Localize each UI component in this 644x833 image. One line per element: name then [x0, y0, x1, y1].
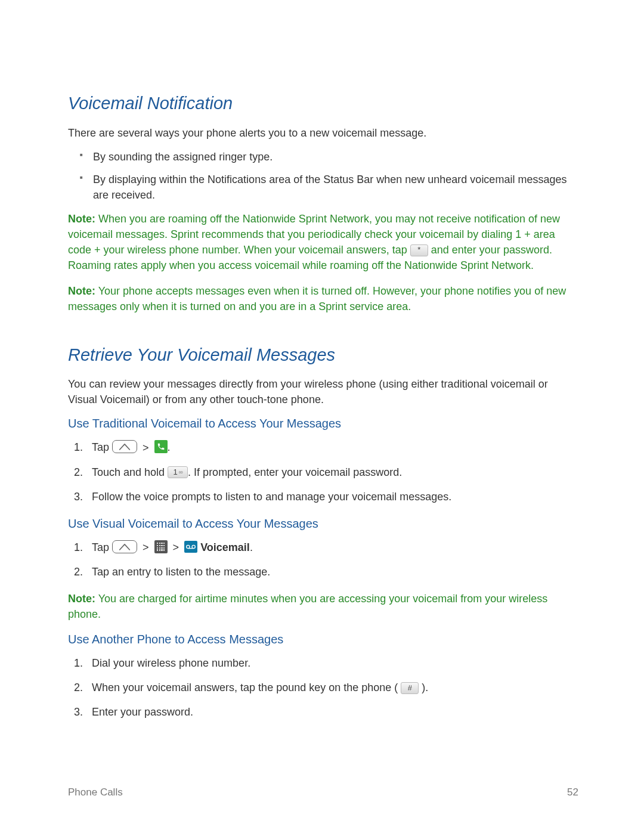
list-item: By sounding the assigned ringer type. — [93, 149, 578, 165]
intro-paragraph: There are several ways your phone alerts… — [68, 126, 578, 141]
hash-key-icon: # — [401, 682, 419, 694]
heading-voicemail-notification: Voicemail Notification — [68, 92, 578, 115]
note-text: Your phone accepts messages even when it… — [68, 285, 566, 312]
step-text: . — [168, 441, 171, 453]
one-voicemail-key-icon: 1∞ — [168, 466, 188, 478]
phone-icon — [154, 440, 168, 453]
document-page: Voicemail Notification There are several… — [0, 0, 644, 833]
steps-traditional: Tap > . Touch and hold 1∞. If prompted, … — [68, 439, 578, 505]
note-label: Note: — [68, 285, 95, 297]
note-roaming: Note: When you are roaming off the Natio… — [68, 211, 578, 273]
step-item: Touch and hold 1∞. If prompted, enter yo… — [85, 465, 578, 481]
note-label: Note: — [68, 213, 95, 225]
step-item: Dial your wireless phone number. — [85, 655, 578, 671]
note-label: Note: — [68, 593, 95, 605]
step-item: When your voicemail answers, tap the pou… — [85, 680, 578, 696]
step-item: Enter your password. — [85, 704, 578, 720]
step-text: Tap — [92, 541, 109, 553]
step-text: ). — [422, 682, 428, 693]
subheading-another-phone: Use Another Phone to Access Messages — [68, 631, 578, 647]
home-icon — [112, 440, 137, 453]
svg-point-0 — [187, 545, 190, 548]
home-icon — [112, 540, 137, 553]
step-text: . If prompted, enter your voicemail pass… — [188, 466, 402, 478]
footer-section-name: Phone Calls — [68, 786, 123, 798]
step-item: Tap > > Voicemail. — [85, 540, 578, 556]
step-text: When your voicemail answers, tap the pou… — [92, 682, 398, 693]
star-key-icon: * — [410, 244, 428, 256]
voicemail-icon — [184, 541, 197, 553]
step-text: . — [250, 541, 253, 553]
list-item: By displaying within the Notifications a… — [93, 172, 578, 203]
section-spacer — [68, 324, 578, 344]
heading-retrieve-voicemail: Retrieve Your Voicemail Messages — [68, 344, 578, 367]
subheading-visual-voicemail: Use Visual Voicemail to Access Your Mess… — [68, 516, 578, 531]
steps-another-phone: Dial your wireless phone number. When yo… — [68, 655, 578, 720]
svg-point-1 — [192, 545, 195, 548]
steps-visual: Tap > > Voicemail. Tap an entry to liste… — [68, 540, 578, 581]
step-item: Follow the voice prompts to listen to an… — [85, 489, 578, 505]
retrieve-intro: You can review your messages directly fr… — [68, 377, 578, 407]
separator-icon: > — [140, 440, 151, 456]
page-footer: Phone Calls 52 — [68, 786, 578, 798]
footer-page-number: 52 — [567, 786, 578, 798]
step-item: Tap > . — [85, 439, 578, 456]
separator-icon: > — [140, 540, 151, 556]
step-text: Tap — [92, 441, 109, 453]
apps-grid-icon — [154, 540, 168, 553]
separator-icon: > — [171, 540, 182, 556]
note-phone-off: Note: Your phone accepts messages even w… — [68, 283, 578, 314]
step-text: Touch and hold — [92, 466, 168, 478]
voicemail-app-label: Voicemail — [200, 541, 250, 553]
notification-methods-list: By sounding the assigned ringer type. By… — [68, 149, 578, 203]
subheading-traditional-voicemail: Use Traditional Voicemail to Access Your… — [68, 416, 578, 431]
note-airtime-charges: Note: You are charged for airtime minute… — [68, 591, 578, 622]
step-item: Tap an entry to listen to the message. — [85, 564, 578, 580]
note-text: You are charged for airtime minutes when… — [68, 593, 547, 620]
